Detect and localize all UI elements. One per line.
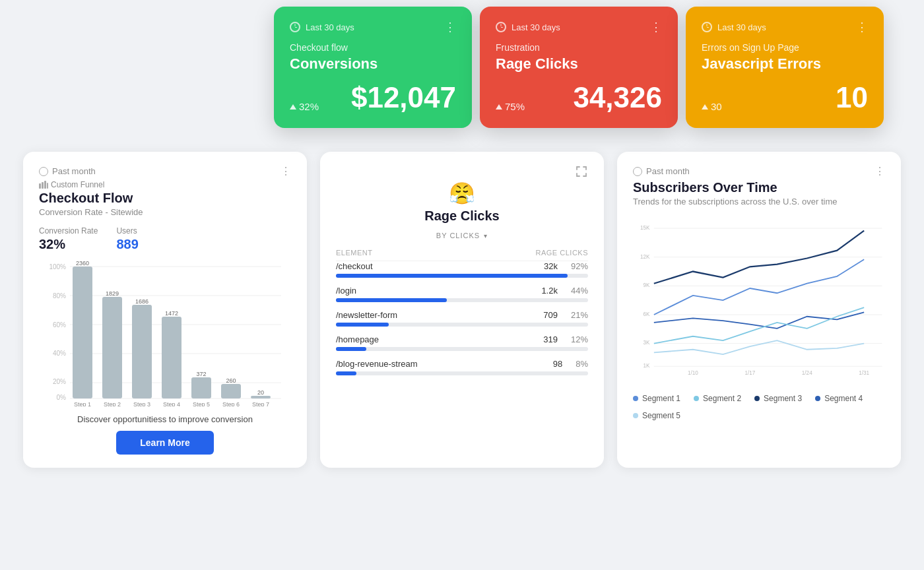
svg-text:1/24: 1/24 [802, 370, 812, 376]
rage-row-count: 1.2k [541, 286, 558, 296]
clock-icon [290, 22, 300, 32]
metric-change-value: 32% [299, 101, 319, 112]
svg-text:1686: 1686 [135, 298, 148, 305]
legend-dot-2 [694, 396, 699, 401]
metric-values: 30 10 [702, 83, 868, 112]
funnel-widget: Past month ⋮ Custom Funnel Checkout Flow… [23, 152, 307, 468]
rage-row-counts: 319 12% [543, 334, 588, 344]
rage-filter-dropdown[interactable]: BY CLICKS ▾ [336, 232, 588, 239]
svg-rect-1 [42, 182, 44, 189]
rage-table-header: ELEMENT RAGE CLICKS [336, 249, 588, 261]
metric-dots[interactable]: ⋮ [444, 20, 456, 34]
rage-bar-bg [336, 323, 588, 327]
rage-table-row: /homepage 319 12% [336, 334, 588, 351]
svg-text:1/31: 1/31 [859, 370, 869, 376]
metric-time-label: Last 30 days [512, 22, 560, 32]
arrow-up-icon [496, 104, 502, 110]
funnel-stats: Conversion Rate 32% Users 889 [39, 226, 291, 252]
svg-rect-28 [191, 377, 211, 398]
legend-label-5: Segment 5 [642, 411, 680, 420]
rage-bar-bg [336, 274, 588, 278]
legend-dot-4 [815, 396, 820, 401]
rage-row-path: /newsletter-form [336, 310, 397, 320]
rage-table-row: /login 1.2k 44% [336, 286, 588, 302]
rage-table-row: /newsletter-form 709 21% [336, 310, 588, 327]
legend-segment-1: Segment 1 [633, 394, 680, 403]
legend-segment-4: Segment 4 [815, 394, 863, 403]
arrow-up-icon [702, 104, 708, 110]
metric-change: 32% [290, 101, 319, 112]
rage-filter-label: BY CLICKS [436, 232, 480, 239]
metric-title: Rage Clicks [496, 55, 662, 73]
funnel-menu-dots[interactable]: ⋮ [280, 165, 291, 177]
svg-text:Step 6: Step 6 [222, 401, 240, 406]
metric-dots[interactable]: ⋮ [650, 20, 662, 34]
svg-rect-31 [221, 384, 241, 398]
bottom-widgets: Past month ⋮ Custom Funnel Checkout Flow… [23, 152, 901, 468]
conversion-rate-value: 32% [39, 237, 98, 252]
metric-main-value: $12,047 [351, 83, 456, 112]
metric-main-value: 34,326 [573, 83, 662, 112]
svg-rect-22 [132, 305, 152, 398]
rage-row-count: 319 [543, 334, 558, 344]
subscribers-header: Past month ⋮ [633, 165, 885, 177]
conversion-rate-stat: Conversion Rate 32% [39, 226, 98, 252]
svg-rect-25 [162, 317, 182, 398]
svg-text:Step 5: Step 5 [193, 401, 210, 406]
rage-row-path: /homepage [336, 334, 379, 344]
svg-text:20%: 20% [53, 378, 66, 385]
legend-label-1: Segment 1 [642, 394, 680, 403]
legend-label-2: Segment 2 [703, 394, 741, 403]
svg-text:9K: 9K [643, 282, 650, 288]
rage-bar-fill [336, 371, 356, 375]
subscribers-widget: Past month ⋮ Subscribers Over Time Trend… [617, 152, 901, 468]
rage-rows-container: /checkout 32k 92% /login 1.2k 44% [336, 261, 588, 383]
metric-change-value: 75% [505, 101, 525, 112]
rage-row-count: 98 [553, 359, 562, 369]
clock-icon [633, 167, 642, 176]
svg-text:Step 2: Step 2 [104, 401, 121, 406]
expand-icon[interactable] [575, 165, 588, 178]
svg-text:15K: 15K [640, 225, 650, 231]
sub-menu-dots[interactable]: ⋮ [874, 165, 885, 177]
metric-main-value: 10 [836, 83, 868, 112]
rage-row-pct: 8% [576, 359, 588, 369]
rage-row-info: /checkout 32k 92% [336, 261, 588, 271]
rage-row-counts: 1.2k 44% [541, 286, 588, 296]
rage-row-path: /login [336, 286, 356, 296]
svg-rect-19 [102, 297, 122, 398]
svg-text:6K: 6K [643, 311, 650, 317]
svg-text:Step 4: Step 4 [163, 401, 180, 406]
rage-row-path: /blog-revenue-stream [336, 359, 418, 369]
bar-chart-area: 100% 80% 60% 40% 20% 0% 2360 Step 1 [39, 261, 291, 406]
svg-text:260: 260 [226, 377, 236, 384]
clock-icon [496, 22, 506, 32]
svg-text:Step 3: Step 3 [133, 401, 150, 406]
svg-text:12K: 12K [640, 254, 650, 260]
bar-chart-icon [39, 181, 48, 189]
metric-card-rage-clicks: Last 30 days ⋮ Frustration Rage Clicks 7… [480, 7, 678, 128]
top-metric-cards: Last 30 days ⋮ Checkout flow Conversions… [274, 7, 884, 128]
rage-title: Rage Clicks [336, 208, 588, 224]
svg-text:60%: 60% [53, 321, 66, 329]
metric-values: 75% 34,326 [496, 83, 662, 112]
rage-row-info: /login 1.2k 44% [336, 286, 588, 296]
sub-time: Past month [633, 166, 690, 176]
rage-row-counts: 709 21% [543, 310, 588, 320]
rage-emoji-icon: 😤 [336, 181, 588, 206]
rage-row-info: /homepage 319 12% [336, 334, 588, 344]
svg-rect-34 [251, 396, 271, 398]
metric-card-js-errors: Last 30 days ⋮ Errors on Sign Up Page Ja… [686, 7, 884, 128]
legend-label-4: Segment 4 [824, 394, 863, 403]
chevron-down-icon: ▾ [484, 232, 488, 239]
rage-row-info: /blog-revenue-stream 98 8% [336, 359, 588, 369]
rage-row-counts: 98 8% [553, 359, 588, 369]
metric-values: 32% $12,047 [290, 83, 456, 112]
rage-row-pct: 44% [571, 286, 588, 296]
element-col-header: ELEMENT [336, 249, 372, 257]
metric-subtitle: Frustration [496, 42, 662, 53]
learn-more-button[interactable]: Learn More [116, 431, 213, 455]
svg-text:372: 372 [196, 371, 206, 377]
svg-rect-0 [39, 183, 41, 189]
metric-dots[interactable]: ⋮ [856, 20, 868, 34]
